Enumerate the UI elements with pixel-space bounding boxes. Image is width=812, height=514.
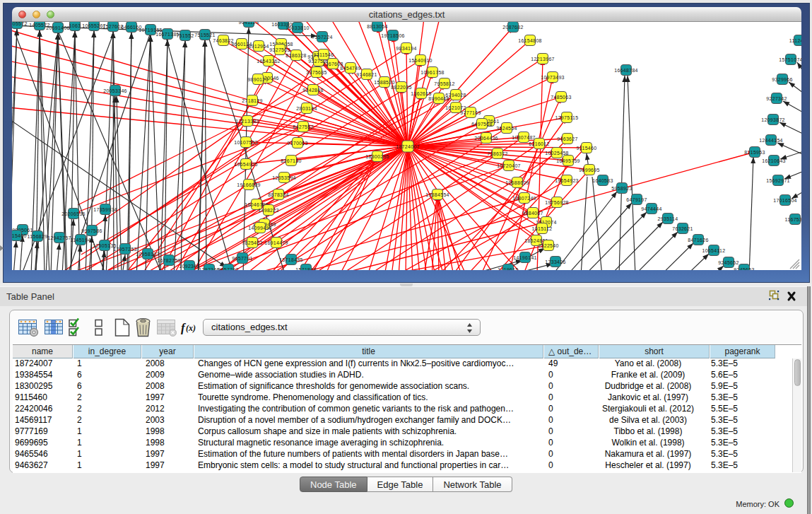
svg-text:1733426: 1733426 <box>545 259 565 264</box>
svg-text:9146821: 9146821 <box>356 72 377 77</box>
svg-text:14099490: 14099490 <box>248 226 272 230</box>
svg-text:8215953: 8215953 <box>744 150 765 155</box>
svg-text:1527602: 1527602 <box>102 24 123 29</box>
svg-text:19384554: 19384554 <box>425 192 449 197</box>
svg-text:1588520: 1588520 <box>374 80 394 85</box>
svg-text:10958107: 10958107 <box>136 252 160 257</box>
svg-text:16543362: 16543362 <box>257 59 281 64</box>
svg-text:5958923: 5958923 <box>611 186 632 191</box>
svg-text:15720407: 15720407 <box>497 163 521 168</box>
svg-text:8427552: 8427552 <box>293 124 313 129</box>
svg-text:14196141: 14196141 <box>513 255 537 260</box>
svg-text:1145194: 1145194 <box>71 238 91 243</box>
svg-text:9115460: 9115460 <box>577 146 597 151</box>
svg-text:8822035: 8822035 <box>391 85 411 90</box>
svg-text:2087682: 2087682 <box>502 25 523 30</box>
svg-text:12213967: 12213967 <box>531 57 555 62</box>
svg-text:10025458: 10025458 <box>545 151 569 156</box>
svg-text:6497568: 6497568 <box>471 122 492 127</box>
svg-text:16495759: 16495759 <box>556 158 580 163</box>
svg-text:9242848: 9242848 <box>302 88 323 93</box>
svg-text:20206536: 20206536 <box>61 211 86 216</box>
svg-text:2803144: 2803144 <box>296 106 317 111</box>
svg-text:8186328: 8186328 <box>286 53 306 58</box>
svg-text:8454749: 8454749 <box>340 66 360 71</box>
svg-text:20691406: 20691406 <box>46 25 70 30</box>
svg-text:9329966: 9329966 <box>772 77 792 82</box>
svg-text:17359934: 17359934 <box>93 207 117 212</box>
svg-text:1405572: 1405572 <box>12 22 28 26</box>
svg-text:7485063: 7485063 <box>551 95 571 100</box>
svg-text:15692971: 15692971 <box>766 178 790 183</box>
svg-text:9641123: 9641123 <box>239 22 259 25</box>
svg-text:7386372: 7386372 <box>487 151 507 156</box>
svg-text:15640910: 15640910 <box>408 58 433 63</box>
svg-text:16033810: 16033810 <box>286 25 310 30</box>
svg-text:7825402: 7825402 <box>242 240 262 245</box>
svg-text:9657792: 9657792 <box>218 267 238 271</box>
svg-text:8267130: 8267130 <box>281 158 301 163</box>
svg-text:10961758: 10961758 <box>420 70 445 75</box>
svg-text:16782759: 16782759 <box>157 258 181 263</box>
svg-text:2718129: 2718129 <box>242 98 262 103</box>
svg-text:19166829: 19166829 <box>237 182 261 187</box>
svg-text:2935114: 2935114 <box>658 216 678 221</box>
svg-text:17957253: 17957253 <box>113 247 137 252</box>
svg-text:12975115: 12975115 <box>555 115 578 120</box>
svg-text:16154808: 16154808 <box>518 38 542 43</box>
svg-text:9245652: 9245652 <box>718 260 739 265</box>
svg-text:9884067: 9884067 <box>522 211 543 216</box>
svg-text:9245653: 9245653 <box>734 267 754 271</box>
svg-text:9170063: 9170063 <box>287 141 307 146</box>
svg-text:12444154: 12444154 <box>759 138 783 143</box>
svg-text:1292346: 1292346 <box>199 267 219 271</box>
svg-text:9777169: 9777169 <box>460 110 481 115</box>
svg-text:15751074: 15751074 <box>779 57 801 62</box>
svg-text:12213383: 12213383 <box>235 119 259 124</box>
svg-text:1615112: 1615112 <box>532 226 553 231</box>
svg-text:3375685: 3375685 <box>306 70 326 75</box>
svg-text:16914479: 16914479 <box>264 240 288 245</box>
svg-text:12093872: 12093872 <box>761 117 785 122</box>
svg-text:16210643: 16210643 <box>762 158 786 163</box>
svg-text:19756928: 19756928 <box>545 200 569 205</box>
svg-text:9474444: 9474444 <box>641 206 661 211</box>
svg-text:10973493: 10973493 <box>541 75 565 80</box>
svg-text:6794028: 6794028 <box>445 93 466 98</box>
svg-text:1092348: 1092348 <box>179 264 199 269</box>
svg-text:1419615: 1419615 <box>498 267 518 271</box>
svg-text:10807487: 10807487 <box>512 135 536 140</box>
svg-text:6479197: 6479197 <box>626 197 647 202</box>
svg-text:8878334: 8878334 <box>268 192 288 197</box>
svg-text:18807249: 18807249 <box>512 196 536 201</box>
svg-text:6216012: 6216012 <box>529 141 549 146</box>
svg-text:9834194: 9834194 <box>396 46 416 51</box>
svg-text:7357224: 7357224 <box>312 35 332 40</box>
svg-text:20364436: 20364436 <box>474 136 498 141</box>
svg-text:9657791: 9657791 <box>232 256 252 261</box>
svg-text:16648784: 16648784 <box>614 68 638 73</box>
svg-text:18724007: 18724007 <box>396 144 420 149</box>
svg-text:19654923: 19654923 <box>555 178 579 183</box>
svg-text:10654112: 10654112 <box>702 248 725 253</box>
svg-text:19654925: 19654925 <box>234 162 258 167</box>
svg-text:7515521: 7515521 <box>194 33 215 37</box>
svg-text:10688609: 10688609 <box>505 180 529 185</box>
svg-text:1621072: 1621072 <box>445 105 466 110</box>
svg-text:12942757: 12942757 <box>47 235 71 240</box>
svg-text:12353594: 12353594 <box>272 175 296 180</box>
svg-text:9327503: 9327503 <box>269 47 290 52</box>
svg-text:751552: 751552 <box>176 33 194 38</box>
svg-text:8912954: 8912954 <box>248 44 269 49</box>
svg-text:1571848: 1571848 <box>295 267 316 271</box>
svg-text:9890123: 9890123 <box>247 77 268 82</box>
svg-text:7632621: 7632621 <box>672 226 693 231</box>
svg-text:20053346: 20053346 <box>103 88 127 93</box>
svg-text:9699695: 9699695 <box>579 168 599 173</box>
svg-text:1063: 1063 <box>69 23 81 28</box>
svg-text:3624554: 3624554 <box>496 126 517 131</box>
svg-text:9997586: 9997586 <box>81 228 102 233</box>
svg-text:8813054: 8813054 <box>367 24 387 29</box>
svg-text:1156829: 1156829 <box>28 234 48 239</box>
svg-text:9311546: 9311546 <box>314 52 334 57</box>
